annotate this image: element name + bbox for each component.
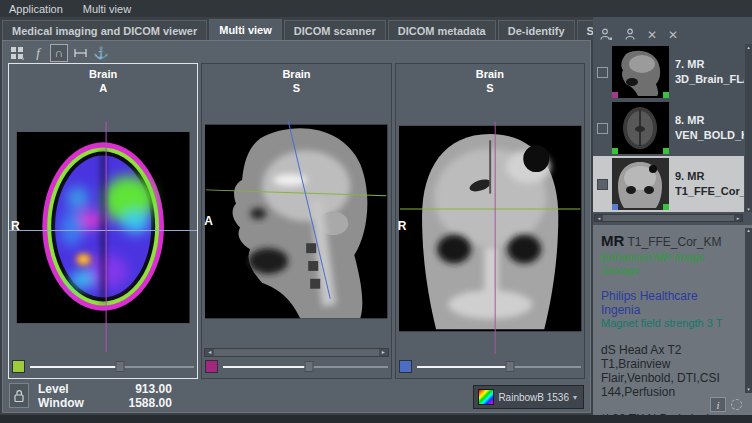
scroll-left-arrow[interactable]: ◂ xyxy=(205,349,214,356)
viewport-coronal-canvas[interactable]: R xyxy=(396,95,584,358)
scroll-right-arrow[interactable]: ▸ xyxy=(379,349,388,356)
viewport-coronal-side-label: R xyxy=(398,219,407,233)
level-label: Level xyxy=(38,382,84,396)
series-label: 8. MR VEN_BOLD_HR xyxy=(675,113,744,143)
colormap-swatch[interactable] xyxy=(399,360,412,373)
viewport-axial-slider-row xyxy=(9,358,197,378)
status-square-right xyxy=(663,204,669,210)
tab-de-identify[interactable]: De-identify xyxy=(498,20,575,40)
slider-handle[interactable] xyxy=(304,361,313,372)
close-series-icon[interactable]: ✕ xyxy=(647,28,657,42)
tab-multi-view[interactable]: Multi view xyxy=(209,19,282,40)
slider-handle[interactable] xyxy=(506,361,515,372)
close-all-icon[interactable]: ✕ xyxy=(668,28,678,42)
slider-fill xyxy=(223,366,308,368)
status-square-left xyxy=(612,92,618,98)
viewport-coronal-orientation: S xyxy=(396,81,584,95)
app-window: Application Multi view Medical imaging a… xyxy=(0,0,752,423)
menu-multi-view[interactable]: Multi view xyxy=(83,3,131,15)
series-checkbox[interactable] xyxy=(597,67,608,78)
viewport-sagittal-title: Brain xyxy=(202,67,390,81)
tab-medical-imaging[interactable]: Medical imaging and DICOM viewer xyxy=(2,20,207,40)
scroll-left-arrow[interactable]: ◂ xyxy=(595,215,603,221)
info-button[interactable]: i xyxy=(710,397,726,412)
coronal-brain-image xyxy=(396,95,584,358)
viewport-axial-header: Brain A xyxy=(9,64,197,95)
slider-fill xyxy=(417,366,511,368)
series-label: 7. MR 3D_Brain_FLAIR xyxy=(675,57,744,87)
series-thumbnail-axial[interactable] xyxy=(612,102,669,154)
viewport-coronal[interactable]: Brain S R xyxy=(395,63,585,379)
series-list: 7. MR 3D_Brain_FLAIR xyxy=(593,44,752,212)
layout-grid-icon[interactable] xyxy=(8,44,26,62)
viewport-sagittal[interactable]: Brain S A xyxy=(201,63,391,379)
window-value: 1588.00 xyxy=(94,396,172,410)
status-square-right xyxy=(663,92,669,98)
series-thumbnail-coronal[interactable] xyxy=(612,158,669,210)
patient-icon[interactable] xyxy=(624,28,636,41)
main-row: Medical imaging and DICOM viewer Multi v… xyxy=(0,17,752,415)
model-label: Ingenia xyxy=(601,303,738,317)
series-number: 7. MR xyxy=(675,57,744,72)
add-patient-icon[interactable] xyxy=(600,28,613,41)
viewport-sagittal-header: Brain S xyxy=(202,64,390,95)
status-square-left xyxy=(612,204,618,210)
anchor-icon[interactable]: ⚓ xyxy=(92,44,110,62)
coronal-head-art xyxy=(422,134,558,329)
viewport-axial-side-label: R xyxy=(11,219,20,233)
series-name: VEN_BOLD_HR xyxy=(675,128,744,143)
slice-slider[interactable] xyxy=(223,360,387,373)
tab-dicom-scanner[interactable]: DICOM scanner xyxy=(284,20,386,40)
series-checkbox[interactable] xyxy=(597,179,608,190)
lock-button[interactable] xyxy=(9,383,29,408)
modality-label: MR xyxy=(601,232,624,249)
level-value: 913.00 xyxy=(94,382,172,396)
tab-dicom-metadata[interactable]: DICOM metadata xyxy=(388,20,496,40)
scrollbar-thumb[interactable] xyxy=(603,215,734,221)
scroll-down-arrow[interactable]: ▾ xyxy=(747,387,750,393)
details-vertical-scrollbar[interactable]: ▴ ▾ xyxy=(745,228,752,393)
viewport-axial[interactable]: Brain A R xyxy=(8,63,198,379)
sagittal-horizontal-scrollbar[interactable]: ◂ ▸ xyxy=(204,348,388,357)
windowing-curve-icon[interactable]: ∩ xyxy=(50,44,68,62)
function-icon[interactable]: f xyxy=(29,44,47,62)
tab-bar: Medical imaging and DICOM viewer Multi v… xyxy=(0,17,593,40)
viewport-sagittal-slider-row xyxy=(202,358,390,378)
refresh-circle-icon[interactable] xyxy=(731,399,742,410)
left-column: Medical imaging and DICOM viewer Multi v… xyxy=(0,17,593,415)
slice-slider[interactable] xyxy=(30,360,194,373)
series-item-7[interactable]: 7. MR 3D_Brain_FLAIR xyxy=(593,44,744,100)
menu-application[interactable]: Application xyxy=(9,3,63,15)
series-thumbnail-sagittal[interactable] xyxy=(612,46,669,98)
scroll-up-arrow[interactable]: ▴ xyxy=(747,228,750,234)
series-details-panel: MR T1_FFE_Cor_KM Enhanced MR Image Stora… xyxy=(593,225,752,415)
scrollbar-thumb[interactable] xyxy=(214,349,378,356)
viewport-sagittal-side-label: A xyxy=(204,214,213,228)
scroll-up-arrow[interactable]: ▴ xyxy=(747,44,750,50)
slice-slider[interactable] xyxy=(417,360,581,373)
series-list-horizontal-scrollbar[interactable]: ◂ ▸ xyxy=(594,214,743,222)
status-square-right xyxy=(663,148,669,154)
series-checkbox[interactable] xyxy=(597,123,608,134)
colormap-dropdown[interactable]: RainbowB 1536 ▾ xyxy=(473,385,584,409)
measure-distance-icon[interactable] xyxy=(71,44,89,62)
slider-handle[interactable] xyxy=(116,361,125,372)
scroll-right-arrow[interactable]: ▸ xyxy=(734,215,742,221)
colormap-swatch[interactable] xyxy=(12,360,25,373)
series-name: 3D_Brain_FLAIR xyxy=(675,72,744,87)
manufacturer-label: Philips Healthcare xyxy=(601,289,738,303)
study-description-label: *I 30 TX N Brain lesion, post-operative … xyxy=(601,412,741,415)
viewport-sagittal-canvas[interactable]: A xyxy=(202,95,390,348)
series-sidebar: ✕ ✕ xyxy=(593,17,752,415)
viewport-coronal-title: Brain xyxy=(396,67,584,81)
level-window-bar: Level 913.00 Window 1588.00 RainbowB 153… xyxy=(3,379,590,412)
viewport-coronal-header: Brain S xyxy=(396,64,584,95)
viewport-axial-canvas[interactable]: R xyxy=(9,95,197,358)
colormap-dropdown-label: RainbowB 1536 xyxy=(498,392,569,403)
colormap-swatch[interactable] xyxy=(205,360,218,373)
series-item-8[interactable]: 8. MR VEN_BOLD_HR xyxy=(593,100,744,156)
series-item-9-selected[interactable]: 9. MR T1_FFE_Cor_KM xyxy=(593,156,744,212)
series-list-vertical-scrollbar[interactable]: ▴ ▾ xyxy=(745,44,752,212)
scroll-down-arrow[interactable]: ▾ xyxy=(747,206,750,212)
viewport-axial-title: Brain xyxy=(9,67,197,81)
